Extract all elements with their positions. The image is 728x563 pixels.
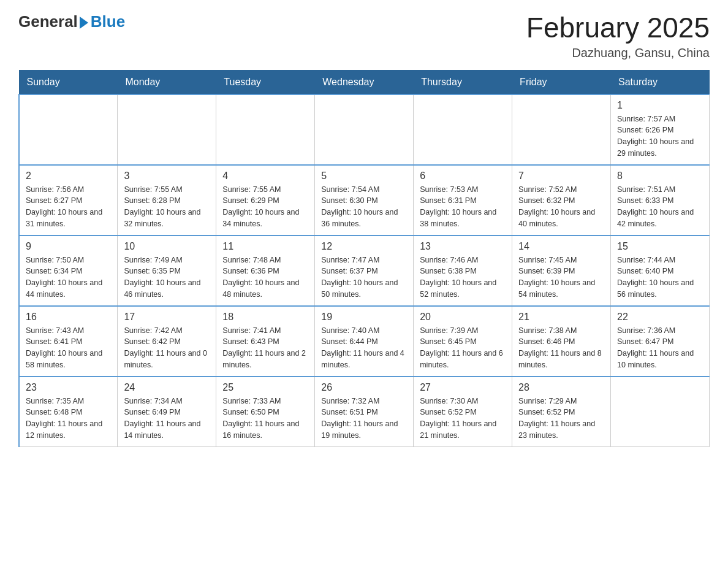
calendar-cell: 17Sunrise: 7:42 AMSunset: 6:42 PMDayligh… [118, 306, 216, 377]
calendar-week-row: 9Sunrise: 7:50 AMSunset: 6:34 PMDaylight… [19, 236, 710, 306]
calendar-cell: 2Sunrise: 7:56 AMSunset: 6:27 PMDaylight… [19, 165, 118, 236]
calendar-body: 1Sunrise: 7:57 AMSunset: 6:26 PMDaylight… [19, 94, 710, 447]
calendar-cell: 13Sunrise: 7:46 AMSunset: 6:38 PMDayligh… [414, 236, 512, 306]
calendar-week-row: 23Sunrise: 7:35 AMSunset: 6:48 PMDayligh… [19, 377, 710, 447]
day-sun-info: Sunrise: 7:29 AMSunset: 6:52 PMDaylight:… [518, 396, 604, 442]
calendar-cell: 14Sunrise: 7:45 AMSunset: 6:39 PMDayligh… [512, 236, 611, 306]
logo-general-text: General [18, 12, 78, 31]
day-number: 8 [617, 170, 703, 182]
calendar-cell [19, 94, 118, 165]
calendar-cell: 10Sunrise: 7:49 AMSunset: 6:35 PMDayligh… [118, 236, 216, 306]
calendar-cell: 22Sunrise: 7:36 AMSunset: 6:47 PMDayligh… [611, 306, 710, 377]
calendar-cell: 19Sunrise: 7:40 AMSunset: 6:44 PMDayligh… [315, 306, 414, 377]
weekday-header-wednesday: Wednesday [315, 70, 414, 94]
day-sun-info: Sunrise: 7:49 AMSunset: 6:35 PMDaylight:… [124, 255, 210, 301]
calendar-cell: 16Sunrise: 7:43 AMSunset: 6:41 PMDayligh… [19, 306, 118, 377]
calendar-week-row: 16Sunrise: 7:43 AMSunset: 6:41 PMDayligh… [19, 306, 710, 377]
day-sun-info: Sunrise: 7:55 AMSunset: 6:28 PMDaylight:… [124, 184, 210, 230]
month-year-title: February 2025 [526, 12, 710, 44]
calendar-cell: 7Sunrise: 7:52 AMSunset: 6:32 PMDaylight… [512, 165, 611, 236]
day-number: 4 [222, 170, 308, 182]
calendar-cell: 21Sunrise: 7:38 AMSunset: 6:46 PMDayligh… [512, 306, 611, 377]
weekday-header-tuesday: Tuesday [216, 70, 315, 94]
day-number: 25 [222, 382, 308, 393]
day-number: 6 [420, 170, 506, 182]
day-number: 11 [222, 241, 308, 252]
day-number: 20 [420, 312, 506, 323]
calendar-cell [512, 94, 611, 165]
weekday-header-sunday: Sunday [19, 70, 118, 94]
title-section: February 2025 Dazhuang, Gansu, China [526, 12, 710, 60]
calendar-cell: 28Sunrise: 7:29 AMSunset: 6:52 PMDayligh… [512, 377, 611, 447]
day-number: 15 [617, 241, 703, 252]
calendar-cell: 26Sunrise: 7:32 AMSunset: 6:51 PMDayligh… [315, 377, 414, 447]
calendar-cell: 3Sunrise: 7:55 AMSunset: 6:28 PMDaylight… [118, 165, 216, 236]
day-sun-info: Sunrise: 7:35 AMSunset: 6:48 PMDaylight:… [26, 396, 111, 442]
day-sun-info: Sunrise: 7:42 AMSunset: 6:42 PMDaylight:… [124, 325, 210, 371]
calendar-cell [315, 94, 414, 165]
calendar-cell: 23Sunrise: 7:35 AMSunset: 6:48 PMDayligh… [19, 377, 118, 447]
day-sun-info: Sunrise: 7:51 AMSunset: 6:33 PMDaylight:… [617, 184, 703, 230]
day-sun-info: Sunrise: 7:55 AMSunset: 6:29 PMDaylight:… [222, 184, 308, 230]
calendar-cell: 12Sunrise: 7:47 AMSunset: 6:37 PMDayligh… [315, 236, 414, 306]
calendar-header: SundayMondayTuesdayWednesdayThursdayFrid… [19, 70, 710, 94]
logo-arrow-icon [80, 17, 88, 29]
calendar-cell: 5Sunrise: 7:54 AMSunset: 6:30 PMDaylight… [315, 165, 414, 236]
calendar-cell [216, 94, 315, 165]
day-sun-info: Sunrise: 7:53 AMSunset: 6:31 PMDaylight:… [420, 184, 506, 230]
day-number: 5 [321, 170, 407, 182]
calendar-cell [118, 94, 216, 165]
calendar-cell: 20Sunrise: 7:39 AMSunset: 6:45 PMDayligh… [414, 306, 512, 377]
day-sun-info: Sunrise: 7:44 AMSunset: 6:40 PMDaylight:… [617, 255, 703, 301]
day-sun-info: Sunrise: 7:36 AMSunset: 6:47 PMDaylight:… [617, 325, 703, 371]
calendar-cell: 18Sunrise: 7:41 AMSunset: 6:43 PMDayligh… [216, 306, 315, 377]
calendar-cell: 9Sunrise: 7:50 AMSunset: 6:34 PMDaylight… [19, 236, 118, 306]
day-number: 13 [420, 241, 506, 252]
calendar-table: SundayMondayTuesdayWednesdayThursdayFrid… [18, 70, 710, 447]
day-sun-info: Sunrise: 7:32 AMSunset: 6:51 PMDaylight:… [321, 396, 407, 442]
day-sun-info: Sunrise: 7:57 AMSunset: 6:26 PMDaylight:… [617, 113, 703, 159]
calendar-cell: 1Sunrise: 7:57 AMSunset: 6:26 PMDaylight… [611, 94, 710, 165]
day-sun-info: Sunrise: 7:41 AMSunset: 6:43 PMDaylight:… [222, 325, 308, 371]
day-sun-info: Sunrise: 7:52 AMSunset: 6:32 PMDaylight:… [518, 184, 604, 230]
weekday-header-row: SundayMondayTuesdayWednesdayThursdayFrid… [19, 70, 710, 94]
day-number: 28 [518, 382, 604, 393]
day-number: 2 [26, 170, 111, 182]
day-number: 19 [321, 312, 407, 323]
weekday-header-saturday: Saturday [611, 70, 710, 94]
calendar-cell: 27Sunrise: 7:30 AMSunset: 6:52 PMDayligh… [414, 377, 512, 447]
day-number: 26 [321, 382, 407, 393]
day-number: 16 [26, 312, 111, 323]
calendar-cell: 11Sunrise: 7:48 AMSunset: 6:36 PMDayligh… [216, 236, 315, 306]
calendar-cell: 24Sunrise: 7:34 AMSunset: 6:49 PMDayligh… [118, 377, 216, 447]
day-number: 1 [617, 100, 703, 111]
day-sun-info: Sunrise: 7:47 AMSunset: 6:37 PMDaylight:… [321, 255, 407, 301]
day-number: 18 [222, 312, 308, 323]
location-subtitle: Dazhuang, Gansu, China [526, 46, 710, 60]
day-sun-info: Sunrise: 7:43 AMSunset: 6:41 PMDaylight:… [26, 325, 111, 371]
weekday-header-friday: Friday [512, 70, 611, 94]
day-sun-info: Sunrise: 7:38 AMSunset: 6:46 PMDaylight:… [518, 325, 604, 371]
day-sun-info: Sunrise: 7:50 AMSunset: 6:34 PMDaylight:… [26, 255, 111, 301]
calendar-cell: 15Sunrise: 7:44 AMSunset: 6:40 PMDayligh… [611, 236, 710, 306]
calendar-week-row: 2Sunrise: 7:56 AMSunset: 6:27 PMDaylight… [19, 165, 710, 236]
day-sun-info: Sunrise: 7:33 AMSunset: 6:50 PMDaylight:… [222, 396, 308, 442]
weekday-header-thursday: Thursday [414, 70, 512, 94]
logo: General Blue [18, 12, 125, 31]
calendar-cell [414, 94, 512, 165]
day-sun-info: Sunrise: 7:39 AMSunset: 6:45 PMDaylight:… [420, 325, 506, 371]
day-number: 17 [124, 312, 210, 323]
day-sun-info: Sunrise: 7:30 AMSunset: 6:52 PMDaylight:… [420, 396, 506, 442]
day-sun-info: Sunrise: 7:40 AMSunset: 6:44 PMDaylight:… [321, 325, 407, 371]
calendar-week-row: 1Sunrise: 7:57 AMSunset: 6:26 PMDaylight… [19, 94, 710, 165]
day-number: 23 [26, 382, 111, 393]
day-sun-info: Sunrise: 7:48 AMSunset: 6:36 PMDaylight:… [222, 255, 308, 301]
calendar-cell [611, 377, 710, 447]
calendar-cell: 4Sunrise: 7:55 AMSunset: 6:29 PMDaylight… [216, 165, 315, 236]
day-number: 14 [518, 241, 604, 252]
day-number: 10 [124, 241, 210, 252]
day-number: 24 [124, 382, 210, 393]
day-sun-info: Sunrise: 7:56 AMSunset: 6:27 PMDaylight:… [26, 184, 111, 230]
day-number: 3 [124, 170, 210, 182]
weekday-header-monday: Monday [118, 70, 216, 94]
